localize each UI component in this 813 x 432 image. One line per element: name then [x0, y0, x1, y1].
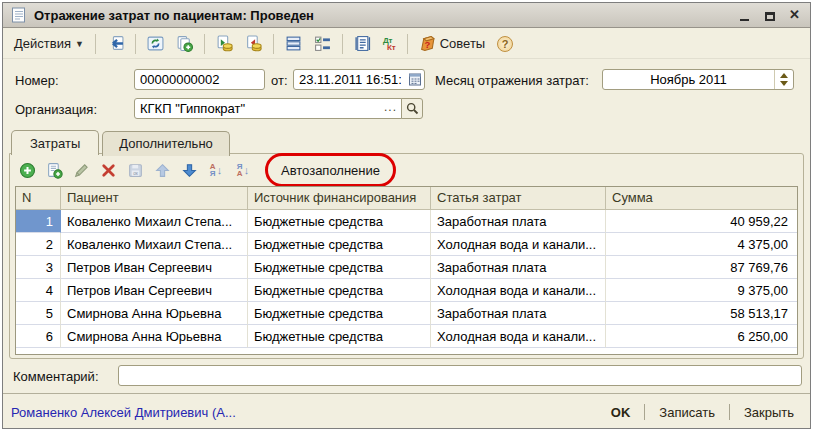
report-button[interactable]	[349, 32, 376, 55]
table-row[interactable]: 3 Петров Иван Сергеевич Бюджетные средст…	[16, 256, 797, 279]
minimize-button[interactable]	[738, 9, 751, 21]
cell-funding-source[interactable]: Бюджетные средства	[248, 210, 431, 233]
sort-asc-button[interactable]: А Я ↓	[207, 161, 225, 179]
svg-text:?: ?	[424, 39, 430, 50]
unpost-button[interactable]	[240, 32, 267, 55]
column-header-source[interactable]: Источник финансирования	[248, 187, 431, 210]
cell-cost-item[interactable]: Заработная плата	[431, 256, 606, 279]
cell-patient[interactable]: Смирнова Анна Юрьевна	[61, 302, 248, 325]
cell-cost-item[interactable]: Заработная плата	[431, 210, 606, 233]
column-header-item[interactable]: Статья затрат	[431, 187, 606, 210]
organization-open-button[interactable]	[401, 98, 423, 119]
post-icon	[216, 35, 233, 52]
table-row[interactable]: 6 Смирнова Анна Юрьевна Бюджетные средст…	[16, 325, 797, 348]
actions-menu-button[interactable]: Действия ▼	[9, 33, 89, 54]
cell-patient[interactable]: Смирнова Анна Юрьевна	[61, 325, 248, 348]
column-header-n[interactable]: N	[16, 187, 61, 210]
cell-sum[interactable]: 40 959,22	[606, 210, 797, 233]
button-separator	[644, 404, 645, 420]
cell-sum[interactable]: 6 250,00	[606, 325, 797, 348]
comment-input[interactable]	[119, 366, 801, 385]
number-input[interactable]	[135, 70, 264, 89]
toolbar-separator	[204, 34, 205, 54]
costs-table: N Пациент Источник финансирования Статья…	[15, 186, 798, 355]
settings-list-icon	[314, 35, 331, 52]
cell-patient[interactable]: Коваленко Михаил Степа...	[61, 210, 248, 233]
delete-row-button[interactable]	[99, 161, 117, 179]
close-form-button[interactable]: Закрыть	[736, 402, 802, 423]
maximize-button[interactable]	[763, 9, 776, 21]
write-button[interactable]	[102, 32, 129, 55]
title-bar: Отражение затрат по пациентам: Проведен …	[3, 3, 810, 28]
dt-kt-button[interactable]: Дт Кт	[378, 34, 401, 54]
cell-sum[interactable]: 58 513,17	[606, 302, 797, 325]
cell-sum[interactable]: 9 375,00	[606, 279, 797, 302]
copy-row-button[interactable]	[45, 161, 63, 179]
month-spinner[interactable]	[774, 70, 793, 89]
toolbar-separator	[95, 34, 96, 54]
help-button[interactable]: ?	[492, 33, 518, 55]
autofill-button[interactable]: Автозаполнение	[281, 163, 380, 178]
cell-funding-source[interactable]: Бюджетные средства	[248, 325, 431, 348]
month-input[interactable]	[603, 70, 774, 89]
cell-funding-source[interactable]: Бюджетные средства	[248, 279, 431, 302]
end-edit-button[interactable]: ок	[126, 161, 144, 179]
cell-row-number[interactable]: 1	[16, 210, 61, 233]
post-button[interactable]	[211, 32, 238, 55]
table-row[interactable]: 2 Коваленко Михаил Степа... Бюджетные ср…	[16, 233, 797, 256]
tab-additional[interactable]: Дополнительно	[102, 131, 230, 156]
structure-button[interactable]	[280, 32, 307, 55]
cell-cost-item[interactable]: Холодная вода и канали...	[431, 325, 606, 348]
add-row-button[interactable]	[18, 161, 36, 179]
tips-button[interactable]: ? Советы	[414, 32, 490, 55]
calendar-button[interactable]	[406, 70, 424, 89]
cell-patient[interactable]: Коваленко Михаил Степа...	[61, 233, 248, 256]
column-header-sum[interactable]: Сумма	[606, 187, 797, 210]
edit-row-button[interactable]	[72, 161, 90, 179]
table-row[interactable]: 5 Смирнова Анна Юрьевна Бюджетные средст…	[16, 302, 797, 325]
cell-row-number[interactable]: 3	[16, 256, 61, 279]
cell-funding-source[interactable]: Бюджетные средства	[248, 256, 431, 279]
refresh-button[interactable]	[142, 32, 169, 55]
ok-button[interactable]: OK	[603, 402, 639, 423]
cell-patient[interactable]: Петров Иван Сергеевич	[61, 256, 248, 279]
grid-toolbar: ок А Я ↓ Я А ↓	[14, 155, 396, 185]
cell-row-number[interactable]: 4	[16, 279, 61, 302]
dt-kt-icon: Дт Кт	[383, 37, 396, 51]
close-icon: ✕	[789, 9, 800, 21]
column-header-patient[interactable]: Пациент	[61, 187, 248, 210]
toolbar-separator	[342, 34, 343, 54]
cell-patient[interactable]: Петров Иван Сергеевич	[61, 279, 248, 302]
maximize-icon	[765, 12, 775, 21]
close-button[interactable]: ✕	[788, 9, 801, 21]
cell-funding-source[interactable]: Бюджетные средства	[248, 302, 431, 325]
save-button[interactable]: Записать	[651, 402, 723, 423]
list-settings-button[interactable]	[309, 32, 336, 55]
tab-costs[interactable]: Затраты	[11, 130, 99, 155]
organization-input[interactable]	[135, 99, 382, 118]
cell-cost-item[interactable]: Заработная плата	[431, 302, 606, 325]
move-up-button[interactable]	[153, 161, 171, 179]
actions-label: Действия	[14, 36, 71, 51]
move-up-icon	[154, 162, 171, 179]
autofill-annotation-oval: Автозаполнение	[265, 153, 396, 187]
organization-select-button[interactable]: ...	[382, 99, 401, 118]
table-body: 1 Коваленко Михаил Степа... Бюджетные ср…	[16, 210, 797, 348]
sort-desc-button[interactable]: Я А ↓	[234, 161, 252, 179]
cell-sum[interactable]: 4 375,00	[606, 233, 797, 256]
cell-row-number[interactable]: 5	[16, 302, 61, 325]
responsible-user-link[interactable]: Романенко Алексей Дмитриевич (А...	[11, 405, 603, 420]
cell-row-number[interactable]: 6	[16, 325, 61, 348]
cell-funding-source[interactable]: Бюджетные средства	[248, 233, 431, 256]
cell-cost-item[interactable]: Холодная вода и канали...	[431, 233, 606, 256]
month-label: Месяц отражения затрат:	[435, 73, 589, 88]
cell-cost-item[interactable]: Холодная вода и канали...	[431, 279, 606, 302]
cell-sum[interactable]: 87 769,76	[606, 256, 797, 279]
date-input[interactable]	[294, 70, 406, 89]
table-row[interactable]: 4 Петров Иван Сергеевич Бюджетные средст…	[16, 279, 797, 302]
move-down-button[interactable]	[180, 161, 198, 179]
cell-row-number[interactable]: 2	[16, 233, 61, 256]
table-row[interactable]: 1 Коваленко Михаил Степа... Бюджетные ср…	[16, 210, 797, 233]
main-toolbar: Действия ▼	[3, 29, 810, 59]
copy-button[interactable]	[171, 32, 198, 55]
